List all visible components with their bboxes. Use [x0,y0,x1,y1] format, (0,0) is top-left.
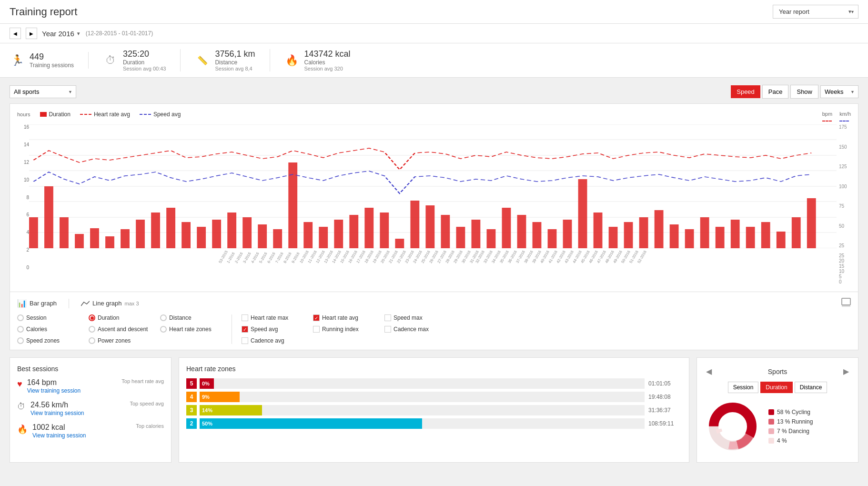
speed-max-cb-icon [384,314,391,321]
bs-speed-link[interactable]: View training session [30,410,84,416]
bottom-section: Best sessions ♥ 164 bpm View training se… [10,357,858,463]
running-index-cb-icon [313,326,320,333]
chart-area: 53-2015 1-2016 2-2016 3-2016 4-2016 5-20… [29,124,837,284]
svg-rect-43 [548,229,557,248]
duration-label: Duration [123,59,166,66]
stats-bar: 🏃 449 Training sessions ⏱ 325:20 Duratio… [0,43,868,78]
legend-hr-avg-label: Heart rate avg [94,111,130,118]
svg-rect-14 [105,236,114,248]
radio-speed-zones[interactable]: Speed zones [17,337,79,344]
legend-cycling: 58 % Cycling [768,409,813,415]
sports-legend: 58 % Cycling 13 % Running 7 % Dancing 4 … [768,409,813,444]
zone-5-row: 5 0% 01:01:05 [186,378,682,389]
svg-rect-17 [151,213,160,248]
cb-running-index[interactable]: Running index [313,326,375,333]
svg-rect-9 [29,217,38,248]
legend-duration-label: Duration [49,111,71,118]
sports-next-arrow[interactable]: ▶ [841,365,851,378]
chevron-down-icon: ▼ [848,9,852,14]
svg-rect-46 [594,213,603,248]
svg-rect-15 [121,229,130,248]
zone-4-time: 19:48:08 [648,394,682,400]
tab-duration[interactable]: Duration [760,382,792,393]
radio-distance[interactable]: Distance [160,314,222,321]
cb-speed-max[interactable]: Speed max [384,314,446,321]
sport-select-wrapper[interactable]: All sports Cycling Running [10,85,76,98]
distance-value: 3756,1 km [215,49,255,59]
legend-hr-avg: Heart rate avg [80,111,130,118]
date-range: (12-28-2015 - 01-01-2017) [86,30,153,37]
sports-prev-arrow[interactable]: ◀ [704,365,714,378]
cb-cadence-avg[interactable]: Cadence avg [242,337,303,344]
running-label: 13 % Running [777,418,813,425]
radio-hr-zones[interactable]: Heart rate zones [160,326,222,333]
svg-rect-60 [807,198,816,248]
sport-select[interactable]: All sports Cycling Running [10,85,76,98]
bs-hr-label: Top heart rate avg [121,378,164,384]
year-label[interactable]: Year 2016 ▼ [42,30,81,38]
hr-zones-radio-icon [160,326,167,333]
legend-speed-avg: Speed avg [140,111,181,118]
weeks-select[interactable]: Weeks Months [820,85,858,98]
svg-rect-21 [212,220,221,248]
best-sessions-card: Best sessions ♥ 164 bpm View training se… [10,357,172,463]
zone-5-bar-container: 0% [200,378,645,389]
zone-3-bar-container: 14% [200,405,645,415]
bar-graph-section-header: 📊 Bar graph [17,299,57,308]
sessions-label: Training sessions [30,62,74,69]
main-chart-svg [29,124,837,248]
svg-rect-114 [842,298,850,305]
bs-cal-label: Top calories [136,423,164,429]
bs-hr-link[interactable]: View training session [27,387,81,394]
svg-rect-50 [655,210,664,248]
year-report-select-wrapper[interactable]: Year report ▼ [773,5,858,19]
svg-rect-31 [364,208,373,248]
pace-button[interactable]: Pace [762,85,789,99]
zone-2-row: 2 50% 108:59:11 [186,418,682,429]
hr-zones-title: Heart rate zones [186,365,682,373]
svg-rect-28 [319,227,328,248]
export-icon[interactable] [841,298,851,309]
radio-power-zones[interactable]: Power zones [89,337,151,344]
y-axis-left: 1614121086420 [17,124,29,284]
radio-calories[interactable]: Calories [17,326,79,333]
duration-color-box [40,112,47,117]
graph-options-rows: Session Duration Distance Calories [17,314,851,344]
bar-options: Session Duration Distance Calories [17,314,232,344]
graph-controls: 📊 Bar graph Line graph max 3 [10,292,858,350]
speed-avg-cb-icon: ✓ [242,326,248,333]
year-report-select[interactable]: Year report ▼ [773,5,858,19]
cb-hr-max[interactable]: Heart rate max [242,314,303,321]
radio-session[interactable]: Session [17,314,79,321]
sports-tabs: Session Duration Distance [704,382,851,393]
cb-speed-avg[interactable]: ✓ Speed avg [242,326,303,333]
timer-icon: ⏱ [103,53,118,68]
prev-year-button[interactable]: ◀ [10,28,21,39]
chart-with-axes: 1614121086420 [17,124,851,284]
bs-cal-link[interactable]: View training session [32,432,86,439]
year-chevron-icon: ▼ [76,31,81,36]
calories-value: 143742 kcal [304,49,351,59]
radio-duration[interactable]: Duration [89,314,151,321]
zone-2-bar: 50% [200,418,422,429]
next-year-button[interactable]: ▶ [26,28,37,39]
svg-rect-59 [792,217,801,248]
tab-session[interactable]: Session [728,382,759,393]
zone-3-bar: 14% [200,405,262,415]
radio-ascent[interactable]: Ascent and descent [89,326,151,333]
svg-rect-115 [842,305,850,307]
sports-nav: ◀ Sports ▶ [704,365,851,378]
cb-hr-avg[interactable]: ✓ Heart rate avg [313,314,375,321]
bs-speed-label: Top speed avg [130,401,164,406]
cadence-max-cb-icon [384,326,391,333]
svg-rect-32 [380,213,389,248]
show-button[interactable]: Show [790,85,818,99]
top-bar: Training report Year report ▼ [0,0,868,24]
power-zones-radio-icon [89,337,95,344]
speed-button[interactable]: Speed [731,85,760,98]
cb-cadence-max[interactable]: Cadence max [384,326,446,333]
fire-icon: 🔥 [17,424,28,435]
calories-sub: Session avg 320 [304,66,351,71]
svg-rect-37 [456,227,465,248]
tab-distance[interactable]: Distance [795,382,828,393]
